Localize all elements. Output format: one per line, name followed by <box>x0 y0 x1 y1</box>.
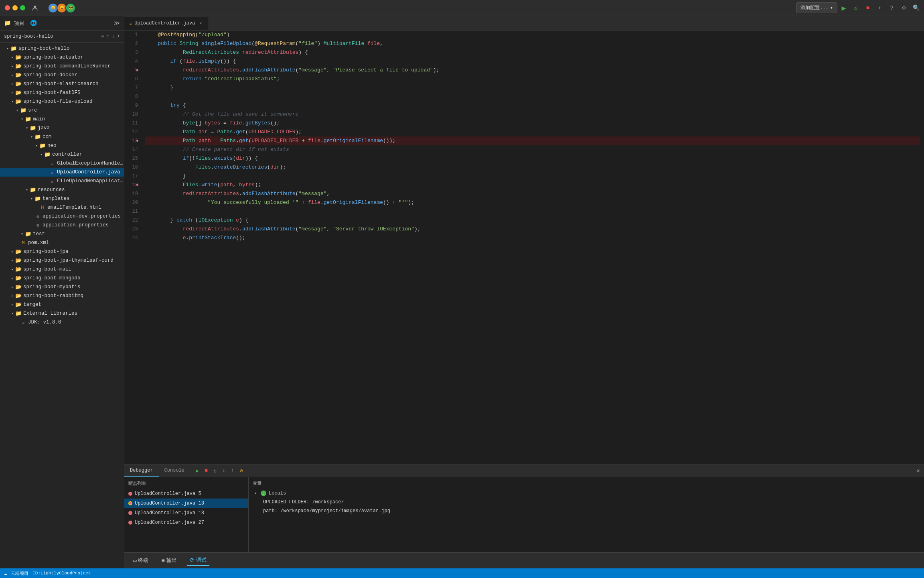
close-panel-button[interactable]: ✕ <box>917 467 920 474</box>
download-icon[interactable]: ↓ <box>112 34 115 39</box>
bp-item-2[interactable]: UploadController.java 13 <box>124 499 248 508</box>
tree-item-neo[interactable]: 📁 neo <box>0 141 124 150</box>
tree-item-emailtemplate[interactable]: H emailTemplate.html <box>0 203 124 212</box>
tree-item-app-dev-props[interactable]: ⚙ application-dev.properties <box>0 212 124 221</box>
upload-debug-icon[interactable]: ↑ <box>229 468 236 474</box>
folder-icon: 📂 <box>15 301 22 308</box>
cloud-icon: ☁ <box>4 570 7 576</box>
tree-label: spring-boot-mail <box>23 267 71 272</box>
tree-item-fileuploadapp[interactable]: ☕ FileUploadWebApplication.java <box>0 177 124 185</box>
tree-item-actuator[interactable]: 📂 spring-boot-actuator <box>0 53 124 62</box>
download-debug-icon[interactable]: ↓ <box>221 468 227 474</box>
share-icon[interactable]: ⬆ <box>877 5 883 11</box>
code-line-15: if(!Files.exists(dir)) { <box>145 154 920 163</box>
maximize-button[interactable] <box>20 5 25 10</box>
tree-item-java[interactable]: 📁 java <box>0 124 124 132</box>
chevron-icon <box>38 152 44 157</box>
tree-label: com <box>43 134 52 140</box>
tree-item-rabbitmq[interactable]: 📂 spring-boot-rabbitmq <box>0 291 124 300</box>
tree-item-pom[interactable]: M pom.xml <box>0 238 124 247</box>
code-content[interactable]: 1 2 3 4 5 6 7 8 9 10 11 12 13 14 15 16 1 <box>124 31 924 464</box>
help-icon[interactable]: ? <box>889 5 895 11</box>
code-lines: @PostMapping("/upload") public String si… <box>141 31 924 464</box>
play-debug-icon[interactable]: ▶ <box>194 468 201 474</box>
tree-item-jpa-thymeleaf[interactable]: 📂 spring-boot-jpa-thymeleaf-curd <box>0 256 124 265</box>
console-tab-label: Console <box>164 468 184 473</box>
bp-item-1[interactable]: UploadController.java 5 <box>124 489 248 499</box>
id-label: ID:LightlyCloudProject <box>32 571 91 576</box>
tree-item-globalexception[interactable]: ☕ GlobalExceptionHandler.java <box>0 159 124 168</box>
stop-debug2-icon[interactable]: ⊘ <box>238 468 245 474</box>
minimize-button[interactable] <box>12 5 18 10</box>
tree-item-jdk[interactable]: ☕ JDK: v1.8.0 <box>0 318 124 327</box>
bp-label-1: UploadController.java 5 <box>135 491 201 497</box>
spacer <box>14 240 20 246</box>
folder-icon: 📂 <box>15 72 22 78</box>
tree-item-mongodb[interactable]: 📂 spring-boot-mongodb <box>0 274 124 283</box>
folder-icon: 📂 <box>15 257 22 264</box>
tree-item-elasticsearch[interactable]: 📂 spring-boot-elasticsearch <box>0 79 124 88</box>
add-file-icon[interactable]: + <box>117 34 120 39</box>
tree-item-resources[interactable]: 📁 resources <box>0 185 124 194</box>
output-button[interactable]: ≡ 输出 <box>158 556 180 566</box>
status-bar: ☁ 云端项目 ID:LightlyCloudProject <box>0 568 924 578</box>
ln-3: 3 <box>124 48 138 57</box>
main-area: 📁 项目 🌐 ≫ spring-boot-hello ≡ ↑ ↓ + 📁 spr… <box>0 16 924 568</box>
upload-icon[interactable]: ↑ <box>106 34 109 39</box>
stop-debug-icon[interactable]: ■ <box>203 468 209 474</box>
tree-item-fastdfs[interactable]: 📂 spring-boot-fastDFS <box>0 88 124 97</box>
ln-17: 17 <box>124 172 138 181</box>
var-locals-group[interactable]: L Locals <box>249 489 924 498</box>
tree-item-target[interactable]: 📂 target <box>0 300 124 309</box>
settings-icon[interactable]: ⚙ <box>901 5 907 11</box>
titlebar: 😊 😄 😎 添加配置... ▾ ▶ ↻ ■ ⬆ ? ⚙ 🔍 <box>0 0 924 16</box>
tree-item-mail[interactable]: 📂 spring-boot-mail <box>0 265 124 274</box>
tree-item-docker[interactable]: 📂 spring-boot-docker <box>0 71 124 79</box>
folder-icon: 📁 <box>20 107 26 114</box>
tab-close-button[interactable]: ✕ <box>197 20 204 26</box>
tree-item-app-props[interactable]: ⚙ application.properties <box>0 221 124 230</box>
tree-item-commandlinerunner[interactable]: 📂 spring-boot-commandLineRunner <box>0 62 124 71</box>
tree-label: neo <box>47 143 57 149</box>
tree-label: test <box>33 231 45 237</box>
tab-console[interactable]: Console <box>159 464 190 477</box>
tab-uploadcontroller[interactable]: ☕ UploadController.java ✕ <box>124 17 209 30</box>
tree-item-jpa[interactable]: 📂 spring-boot-jpa <box>0 247 124 256</box>
debug-button[interactable]: ⟳ 调试 <box>186 555 210 566</box>
tree-item-file-upload[interactable]: 📂 spring-boot-file-upload <box>0 97 124 106</box>
reload-debug-icon[interactable]: ↻ <box>212 468 218 474</box>
tree-item-templates[interactable]: 📁 templates <box>0 194 124 203</box>
filter-icon[interactable]: ≡ <box>101 34 104 39</box>
folder-icon: 📂 <box>15 98 22 105</box>
stop-button[interactable]: ■ <box>865 5 871 11</box>
run-button[interactable]: ▶ <box>841 5 847 11</box>
tab-debugger[interactable]: Debugger <box>124 464 159 477</box>
bp-label-2: UploadController.java 13 <box>135 501 204 506</box>
ln-1: 1 <box>124 31 138 39</box>
tree-item-external-libs[interactable]: 📁 External Libraries <box>0 309 124 318</box>
user-icon[interactable] <box>32 5 38 11</box>
tree-item-mybatis[interactable]: 📂 spring-boot-mybatis <box>0 283 124 291</box>
code-line-16: Files.createDirectories(dir); <box>145 163 920 172</box>
add-config-button[interactable]: 添加配置... ▾ <box>796 2 837 13</box>
search-icon[interactable]: 🔍 <box>913 5 919 11</box>
code-line-8 <box>145 92 920 101</box>
tree-item-controller[interactable]: 📁 controller <box>0 150 124 159</box>
tree-item-com[interactable]: 📁 com <box>0 132 124 141</box>
expand-icon[interactable]: ≫ <box>114 20 120 26</box>
chevron-icon <box>10 63 15 69</box>
close-button[interactable] <box>5 5 10 10</box>
terminal-button[interactable]: ▭ 终端 <box>130 556 152 566</box>
tree-item-main[interactable]: 📁 main <box>0 115 124 124</box>
project-actions: ≡ ↑ ↓ + <box>101 34 120 39</box>
java-tab-icon: ☕ <box>129 20 132 26</box>
bp-item-4[interactable]: UploadController.java 27 <box>124 518 248 527</box>
tree-item-spring-boot-hello[interactable]: 📁 spring-boot-hello <box>0 44 124 53</box>
tree-item-uploadcontroller[interactable]: ☕ UploadController.java <box>0 168 124 177</box>
tree-label: External Libraries <box>23 311 77 316</box>
tree-item-src[interactable]: 📁 src <box>0 106 124 115</box>
tree-item-test[interactable]: 📁 test <box>0 230 124 238</box>
tree-label: spring-boot-elasticsearch <box>23 81 99 87</box>
bp-item-3[interactable]: UploadController.java 18 <box>124 508 248 518</box>
reload-button[interactable]: ↻ <box>853 5 859 11</box>
